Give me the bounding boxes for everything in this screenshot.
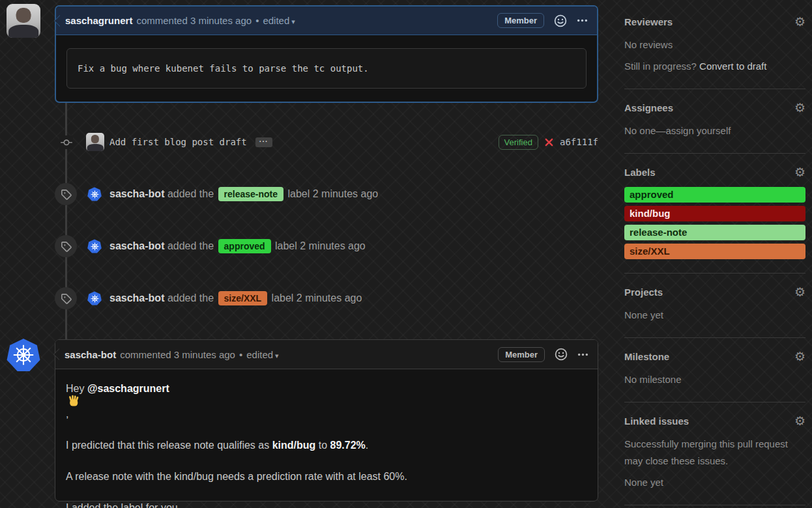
linked-issues-desc: Successfully merging this pull request m… <box>624 436 805 470</box>
member-badge: Member <box>498 347 545 362</box>
author-login[interactable]: saschagrunert <box>65 15 132 26</box>
separator-dot: • <box>255 15 259 26</box>
kebab-icon <box>577 349 588 360</box>
convert-to-draft-link[interactable]: Convert to draft <box>699 61 766 72</box>
reviewers-hint: Still in progress? Convert to draft <box>624 58 805 75</box>
sidebar-label-kind-bug[interactable]: kind/bug <box>624 206 805 221</box>
separator-dot: • <box>239 349 242 360</box>
actor-login[interactable]: sascha-bot <box>109 188 164 200</box>
mention-link[interactable]: @saschagrunert <box>87 383 169 394</box>
sidebar-section-projects: Projects ⚙ None yet <box>624 286 805 338</box>
status-failure-icon[interactable] <box>544 137 554 147</box>
sidebar-label-release-note[interactable]: release-note <box>624 225 805 240</box>
verified-badge[interactable]: Verified <box>499 135 538 150</box>
kebab-icon <box>577 15 588 26</box>
author-avatar[interactable] <box>7 4 40 38</box>
reviewers-title: Reviewers <box>624 16 673 27</box>
label-chip[interactable]: size/XXL <box>218 291 268 305</box>
label-event: sascha-bot added the release-note label … <box>55 183 598 205</box>
prediction-line: I predicted that this release note quali… <box>66 439 587 451</box>
smiley-icon <box>555 348 568 361</box>
bot-avatar[interactable] <box>87 239 102 253</box>
commit-author-avatar[interactable] <box>86 133 104 151</box>
comment-sascha-bot: sascha-bot commented 3 minutes ago • edi… <box>55 339 598 501</box>
gear-icon[interactable]: ⚙ <box>794 16 805 28</box>
add-reaction-button[interactable] <box>554 14 567 27</box>
bot-avatar-large[interactable] <box>7 338 40 372</box>
actor-login[interactable]: sascha-bot <box>109 240 164 252</box>
reviewers-empty: No reviews <box>624 36 805 53</box>
comment-saschagrunert: saschagrunert commented 3 minutes ago • … <box>55 5 598 103</box>
sidebar: Reviewers ⚙ No reviews Still in progress… <box>624 16 805 508</box>
linked-issues-empty: None yet <box>624 474 805 491</box>
chevron-down-icon: ▾ <box>275 352 279 360</box>
edited-dropdown[interactable]: edited▾ <box>246 349 278 360</box>
milestone-title: Milestone <box>624 351 669 362</box>
sidebar-section-reviewers: Reviewers ⚙ No reviews Still in progress… <box>624 16 805 89</box>
comment-meta: commented 3 minutes ago <box>136 15 252 26</box>
add-reaction-button[interactable] <box>555 348 568 361</box>
tag-icon <box>55 287 77 309</box>
kebab-menu-button[interactable] <box>577 15 588 26</box>
sidebar-section-assignees: Assignees ⚙ No one—assign yourself <box>624 102 805 154</box>
commit-expand-button[interactable]: ··· <box>255 137 272 147</box>
event-text: sascha-bot added the release-note label … <box>109 187 378 201</box>
greeting-line: Hey @saschagrunert, <box>66 382 587 420</box>
assignees-title: Assignees <box>624 102 673 113</box>
git-commit-icon <box>59 135 73 149</box>
comment-header: sascha-bot commented 3 minutes ago • edi… <box>55 340 598 369</box>
smiley-icon <box>554 14 567 27</box>
event-text: sascha-bot added the size/XXL label 2 mi… <box>109 291 362 305</box>
bot-avatar[interactable] <box>87 187 102 201</box>
label-chip[interactable]: approved <box>218 239 271 253</box>
code-block: Fix a bug where kubenet fails to parse t… <box>66 48 587 89</box>
commit-sha-link[interactable]: a6f111f <box>560 137 598 147</box>
comment-meta: commented 3 minutes ago <box>120 349 235 360</box>
linked-issues-title: Linked issues <box>624 416 689 427</box>
wave-emoji-icon <box>67 395 80 408</box>
label-chip[interactable]: release-note <box>218 187 283 201</box>
tag-icon <box>55 235 77 257</box>
commit-message[interactable]: Add first blog post draft <box>109 137 247 147</box>
labels-title: Labels <box>624 167 656 178</box>
edited-dropdown[interactable]: edited▾ <box>263 15 295 26</box>
assignees-empty: No one—assign yourself <box>624 122 805 139</box>
actor-login[interactable]: sascha-bot <box>109 292 164 304</box>
sidebar-label-size-xxl[interactable]: size/XXL <box>624 244 805 259</box>
comment-header: saschagrunert commented 3 minutes ago • … <box>56 7 597 35</box>
gear-icon[interactable]: ⚙ <box>794 415 805 427</box>
projects-title: Projects <box>624 287 663 298</box>
commit-event: Add first blog post draft ··· Verified a… <box>55 132 598 152</box>
chevron-down-icon: ▾ <box>291 18 295 25</box>
sidebar-section-linked-issues: Linked issues ⚙ Successfully merging thi… <box>624 415 805 505</box>
bot-avatar[interactable] <box>87 291 102 305</box>
projects-empty: None yet <box>624 307 805 324</box>
author-login[interactable]: sascha-bot <box>65 349 116 360</box>
gear-icon[interactable]: ⚙ <box>794 286 805 298</box>
kebab-menu-button[interactable] <box>577 349 588 360</box>
sidebar-section-milestone: Milestone ⚙ No milestone <box>624 350 805 402</box>
gear-icon[interactable]: ⚙ <box>794 350 805 363</box>
member-badge: Member <box>497 13 544 28</box>
comment-body: Hey @saschagrunert, I predicted that thi… <box>55 369 598 508</box>
threshold-line: A release note with the kind/bug needs a… <box>66 470 587 483</box>
tag-icon <box>55 183 77 205</box>
sidebar-label-approved[interactable]: approved <box>624 187 805 203</box>
closing-line: I added the label for you. <box>66 501 587 508</box>
label-event: sascha-bot added the size/XXL label 2 mi… <box>55 287 598 309</box>
label-event: sascha-bot added the approved label 2 mi… <box>55 235 598 257</box>
sidebar-section-labels: Labels ⚙ approved kind/bug release-note … <box>624 166 805 274</box>
assign-yourself-link[interactable]: assign yourself <box>665 125 731 136</box>
milestone-empty: No milestone <box>624 371 805 388</box>
comment-body: Fix a bug where kubenet fails to parse t… <box>56 35 597 102</box>
gear-icon[interactable]: ⚙ <box>794 102 805 114</box>
event-text: sascha-bot added the approved label 2 mi… <box>109 239 366 253</box>
gear-icon[interactable]: ⚙ <box>794 166 805 178</box>
